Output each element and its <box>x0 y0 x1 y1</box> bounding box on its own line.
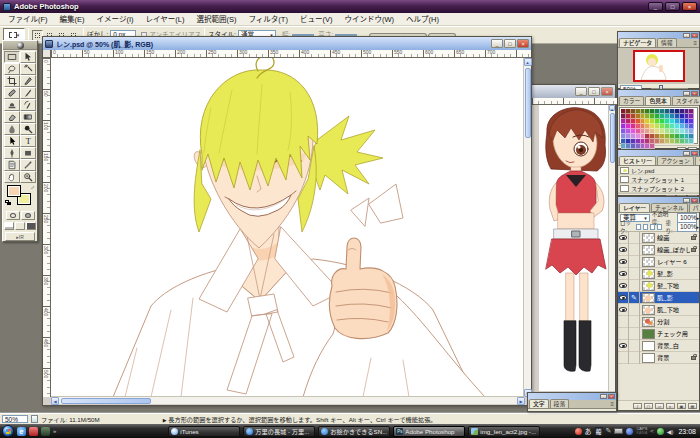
history-item[interactable]: スナップショット 2 <box>618 184 699 193</box>
menu-item-1[interactable]: 編集(E) <box>54 13 91 26</box>
scroll-left-arrow[interactable]: ◀ <box>51 397 59 405</box>
menu-item-4[interactable]: 選択範囲(S) <box>190 13 242 26</box>
eraser-tool[interactable] <box>4 111 20 123</box>
clone-stamp-tool[interactable] <box>4 99 20 111</box>
delete-layer-button[interactable]: ▦ <box>688 403 697 409</box>
layer-row[interactable]: 分割 <box>618 316 699 328</box>
menu-item-0[interactable]: ファイル(F) <box>2 13 54 26</box>
layer-row[interactable]: 髪_下地 <box>618 280 699 292</box>
navigator-view-box[interactable] <box>633 50 685 82</box>
blur-tool[interactable] <box>4 123 20 135</box>
layer-name[interactable]: 肌_影 <box>657 293 699 302</box>
hand-tool[interactable] <box>4 171 20 183</box>
charpal-close-button[interactable]: × <box>608 394 615 399</box>
layer-link-cell[interactable] <box>629 268 640 280</box>
quick-mask-button[interactable] <box>21 211 35 220</box>
lock-pixels-checkbox[interactable] <box>643 224 648 230</box>
navigator-tab-0[interactable]: ナビゲータ <box>619 38 656 47</box>
document-titlebar[interactable]: レン.psd @ 50% (肌_影, RGB) _ □ × <box>43 37 531 50</box>
app-titlebar[interactable]: Adobe Photoshop _ □ × <box>0 0 700 13</box>
taskbar-button-1[interactable]: 万里の長城 - 万里... <box>243 426 315 437</box>
fullscreen-menubar-button[interactable] <box>15 222 25 230</box>
history-tab-0[interactable]: ヒストリー <box>619 156 656 165</box>
doc2-canvas[interactable] <box>539 105 611 391</box>
lasso-tool[interactable] <box>4 63 20 75</box>
navigator-minimize-button[interactable]: - <box>683 33 690 38</box>
tray-collapse-chevron[interactable]: < <box>650 428 654 434</box>
doc2-scroll-thumb[interactable] <box>610 113 615 163</box>
layer-thumbnail[interactable] <box>642 305 655 315</box>
adjustment-layer-button[interactable]: ◐ <box>666 403 675 409</box>
layer-thumbnail[interactable] <box>642 341 655 351</box>
scroll-up-arrow[interactable]: ▲ <box>524 58 532 66</box>
taskbar-button-3[interactable]: PsAdobe Photoshop <box>393 426 465 437</box>
layer-style-button[interactable]: ƒ <box>633 403 642 409</box>
layer-link-cell[interactable] <box>629 256 640 268</box>
default-colors-icon[interactable] <box>5 200 12 206</box>
close-button[interactable]: × <box>682 2 697 11</box>
layer-link-cell[interactable] <box>629 280 640 292</box>
horizontal-scroll-thumb[interactable] <box>61 398 151 404</box>
charpal-panel-menu-icon[interactable]: ≡ <box>610 400 616 408</box>
layer-name[interactable]: 髪_影 <box>657 269 699 278</box>
tray-keyboard-icon[interactable] <box>614 428 623 434</box>
colors-tab-2[interactable]: スタイル <box>672 96 700 105</box>
rect-shape-tool[interactable] <box>20 147 36 159</box>
canvas[interactable] <box>51 58 525 397</box>
move-tool[interactable] <box>20 51 36 63</box>
layer-name[interactable]: 線画_ぼかし <box>657 245 690 254</box>
layer-name[interactable]: 分割 <box>657 317 699 326</box>
adobe-logo-icon[interactable] <box>17 42 24 49</box>
healing-brush-tool[interactable] <box>4 87 20 99</box>
navigator-preview-area[interactable] <box>618 48 699 84</box>
taskbar-button-2[interactable]: お絵かきできるSN... <box>318 426 390 437</box>
layers-tab-2[interactable]: パス <box>689 203 700 212</box>
layer-link-cell[interactable] <box>629 316 640 328</box>
scroll-right-arrow[interactable]: ▶ <box>517 397 525 405</box>
layer-visibility-toggle[interactable] <box>618 232 629 244</box>
layer-name[interactable]: 髪_下地 <box>657 281 699 290</box>
layer-visibility-toggle[interactable] <box>618 280 629 292</box>
magic-wand-tool[interactable] <box>20 63 36 75</box>
ime-hiragana-indicator[interactable]: あ <box>585 428 592 435</box>
layer-name[interactable]: 背景_白 <box>657 341 699 350</box>
quicklaunch-expand-icon[interactable]: » <box>53 428 56 434</box>
eyedropper-tool[interactable] <box>20 159 36 171</box>
standard-screen-button[interactable] <box>4 222 14 230</box>
ruler-origin[interactable] <box>43 50 51 58</box>
document-window-len[interactable]: レン.psd @ 50% (肌_影, RGB) _ □ × 0501001502… <box>42 36 532 406</box>
menu-item-5[interactable]: フィルタ(T) <box>242 13 293 26</box>
layer-visibility-toggle[interactable] <box>618 268 629 280</box>
vertical-scrollbar[interactable]: ▲ ▼ <box>523 58 531 397</box>
layer-mask-button[interactable]: ◻ <box>644 403 653 409</box>
layer-thumbnail[interactable] <box>642 281 655 291</box>
fill-field[interactable]: 100%▸ <box>677 222 697 232</box>
status-zoom-field[interactable]: 50% <box>2 415 28 423</box>
menu-item-2[interactable]: イメージ(I) <box>91 13 140 26</box>
swap-colors-icon[interactable]: ↔ <box>28 183 36 191</box>
ime-mode-indicator[interactable]: 般 <box>595 427 603 435</box>
layer-link-cell[interactable] <box>629 340 640 352</box>
quicklaunch-icon-3[interactable] <box>41 427 50 436</box>
colors-tab-0[interactable]: カラー <box>619 96 644 105</box>
doc-minimize-button[interactable]: _ <box>491 39 503 48</box>
layers-tab-0[interactable]: レイヤー <box>619 203 650 212</box>
charpal-tab-0[interactable]: 文字 <box>529 399 549 408</box>
horizontal-scrollbar[interactable]: ◀ ▶ <box>51 396 525 404</box>
fullscreen-button[interactable] <box>26 222 36 230</box>
path-select-tool[interactable] <box>4 135 20 147</box>
lock-position-checkbox[interactable] <box>650 224 655 230</box>
layer-visibility-toggle[interactable] <box>618 328 629 340</box>
layer-row[interactable]: レイヤー 6 <box>618 256 699 268</box>
layer-visibility-toggle[interactable] <box>618 256 629 268</box>
layer-name[interactable]: 背景 <box>657 353 690 362</box>
layer-thumbnail[interactable] <box>642 233 655 243</box>
layer-visibility-toggle[interactable] <box>618 340 629 352</box>
crop-tool[interactable] <box>4 75 20 87</box>
colors-tab-1[interactable]: 色見本 <box>645 96 670 105</box>
layer-name[interactable]: レイヤー 6 <box>657 257 699 266</box>
jump-to-imageready-button[interactable]: ▸IR <box>5 232 35 241</box>
doc2-maximize-button[interactable]: □ <box>588 87 600 96</box>
layer-row[interactable]: ✎肌_影 <box>618 292 699 304</box>
layer-row[interactable]: 線画_ぼかし <box>618 244 699 256</box>
